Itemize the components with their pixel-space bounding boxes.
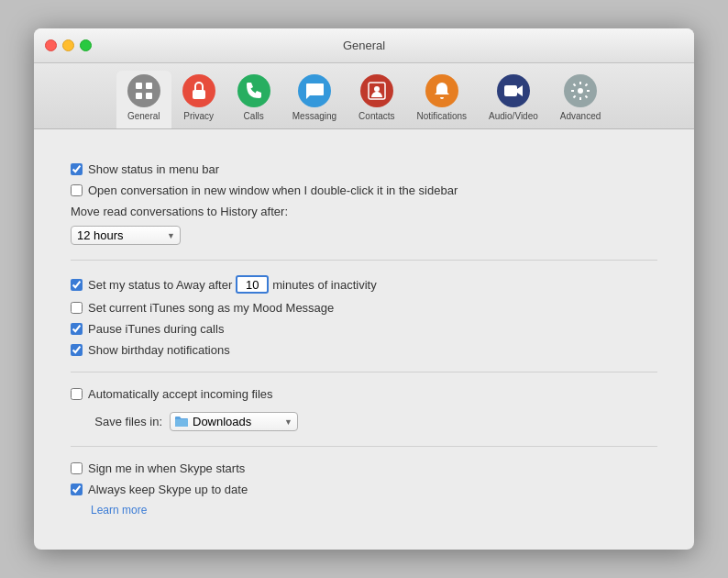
pause-itunes-label: Pause iTunes during calls xyxy=(88,322,224,336)
away-status-checkbox[interactable] xyxy=(71,279,83,291)
tab-calls-label: Calls xyxy=(244,111,264,121)
titlebar: General xyxy=(34,28,694,63)
itunes-mood-checkbox[interactable] xyxy=(71,302,83,314)
tab-contacts-label: Contacts xyxy=(358,111,394,121)
tab-advanced-label: Advanced xyxy=(560,111,601,121)
history-select-wrapper: 1 hour 2 hours 6 hours 12 hours 1 day 1 … xyxy=(71,226,181,245)
advanced-icon xyxy=(564,74,597,107)
open-conversation-checkbox[interactable] xyxy=(71,184,83,196)
downloads-select-wrapper: Downloads Desktop Documents Other... xyxy=(170,412,298,431)
tab-audiovideo-label: Audio/Video xyxy=(489,111,538,121)
minimize-button[interactable] xyxy=(62,39,74,51)
tab-notifications[interactable]: Notifications xyxy=(406,71,478,128)
accept-files-row: Automatically accept incoming files xyxy=(71,387,657,401)
tab-contacts[interactable]: Contacts xyxy=(347,71,405,128)
itunes-mood-label: Set current iTunes song as my Mood Messa… xyxy=(88,301,334,315)
downloads-select[interactable]: Downloads Desktop Documents Other... xyxy=(170,412,298,431)
history-select-row: 1 hour 2 hours 6 hours 12 hours 1 day 1 … xyxy=(71,226,657,245)
keep-updated-checkbox[interactable] xyxy=(71,484,83,495)
calls-icon xyxy=(237,74,270,107)
tab-audiovideo[interactable]: Audio/Video xyxy=(478,71,549,128)
svg-rect-1 xyxy=(146,83,152,89)
audiovideo-icon xyxy=(497,74,530,107)
svg-point-6 xyxy=(374,86,380,92)
save-files-label: Save files in: xyxy=(71,415,162,428)
pause-itunes-row: Pause iTunes during calls xyxy=(71,322,657,336)
tab-messaging[interactable]: Messaging xyxy=(281,71,347,128)
show-status-row: Show status in menu bar xyxy=(71,162,657,176)
sign-in-label: Sign me in when Skype starts xyxy=(88,461,245,475)
maximize-button[interactable] xyxy=(80,39,92,51)
away-prefix-label: Set my status to Away after xyxy=(88,278,232,292)
section-away: Set my status to Away after minutes of i… xyxy=(71,261,657,372)
show-status-label: Show status in menu bar xyxy=(88,162,219,176)
contacts-icon xyxy=(360,74,393,107)
svg-rect-3 xyxy=(146,93,152,99)
tab-privacy-label: Privacy xyxy=(183,111,214,121)
learn-more-row: Learn more xyxy=(71,504,657,517)
open-conversation-row: Open conversation in new window when I d… xyxy=(71,183,657,197)
pause-itunes-checkbox[interactable] xyxy=(71,323,83,335)
sign-in-checkbox[interactable] xyxy=(71,462,83,474)
accept-files-checkbox[interactable] xyxy=(71,388,83,400)
tab-notifications-label: Notifications xyxy=(417,111,467,121)
sign-in-row: Sign me in when Skype starts xyxy=(71,461,657,475)
keep-updated-label: Always keep Skype up to date xyxy=(88,483,248,496)
away-suffix-label: minutes of inactivity xyxy=(272,278,376,292)
tab-messaging-label: Messaging xyxy=(292,111,336,121)
birthday-label: Show birthday notifications xyxy=(88,343,230,357)
history-select[interactable]: 1 hour 2 hours 6 hours 12 hours 1 day 1 … xyxy=(71,226,181,245)
section-files: Automatically accept incoming files Save… xyxy=(71,372,657,447)
accept-files-label: Automatically accept incoming files xyxy=(88,387,273,401)
traffic-lights xyxy=(45,39,92,51)
toolbar-items: General Privacy Calls xyxy=(116,71,612,128)
keep-updated-row: Always keep Skype up to date xyxy=(71,483,657,496)
save-files-row: Save files in: Downloads Desktop Documen… xyxy=(71,412,657,431)
birthday-checkbox[interactable] xyxy=(71,344,83,356)
tab-calls[interactable]: Calls xyxy=(226,71,281,128)
notifications-icon xyxy=(425,74,458,107)
history-label: Move read conversations to History after… xyxy=(71,205,288,218)
open-conversation-label: Open conversation in new window when I d… xyxy=(88,183,458,197)
section-startup: Sign me in when Skype starts Always keep… xyxy=(71,447,657,531)
main-window: General General xyxy=(34,28,694,550)
toolbar: General Privacy Calls xyxy=(34,63,694,129)
content-area: Show status in menu bar Open conversatio… xyxy=(34,129,694,550)
section-status: Show status in menu bar Open conversatio… xyxy=(71,148,657,261)
history-dropdown-row: Move read conversations to History after… xyxy=(71,205,657,218)
away-inline-row: Set my status to Away after minutes of i… xyxy=(71,275,657,294)
show-status-checkbox[interactable] xyxy=(71,163,83,175)
svg-rect-0 xyxy=(136,83,142,89)
tab-advanced[interactable]: Advanced xyxy=(549,71,612,128)
privacy-icon xyxy=(182,74,215,107)
tab-general-label: General xyxy=(127,111,160,121)
learn-more-link[interactable]: Learn more xyxy=(91,504,147,517)
svg-point-8 xyxy=(578,88,583,94)
inactivity-minutes-input[interactable] xyxy=(236,275,269,294)
svg-rect-4 xyxy=(193,90,205,99)
general-icon xyxy=(127,74,160,107)
svg-rect-7 xyxy=(504,85,517,96)
birthday-row: Show birthday notifications xyxy=(71,343,657,357)
itunes-mood-row: Set current iTunes song as my Mood Messa… xyxy=(71,301,657,315)
tab-privacy[interactable]: Privacy xyxy=(171,71,226,128)
tab-general[interactable]: General xyxy=(116,71,171,128)
close-button[interactable] xyxy=(45,39,57,51)
window-title: General xyxy=(343,39,385,52)
messaging-icon xyxy=(298,74,331,107)
svg-rect-2 xyxy=(136,93,142,99)
